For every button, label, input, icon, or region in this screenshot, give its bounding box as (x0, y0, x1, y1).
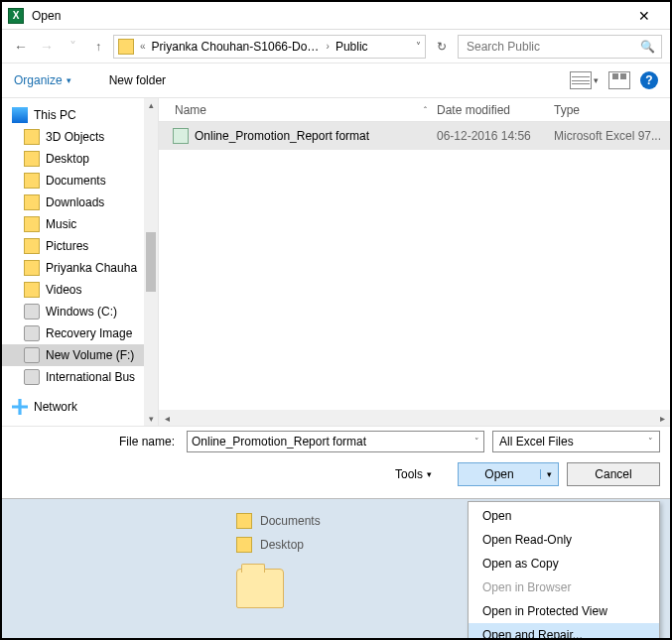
folder-large-icon[interactable] (236, 569, 284, 608)
chevron-down-icon: ▾ (427, 469, 432, 479)
tree-item[interactable]: 3D Objects (2, 126, 158, 148)
menu-open[interactable]: Open (469, 504, 659, 528)
nav-bar: ← → ˅ ↑ « Priyanka Chouhan-S1066-Doc... … (2, 30, 670, 64)
col-type[interactable]: Type (554, 103, 670, 117)
address-dropdown[interactable]: ˅ (416, 41, 421, 52)
tree-item[interactable]: Pictures (2, 235, 158, 257)
menu-open-copy[interactable]: Open as Copy (469, 552, 659, 576)
open-label: Open (459, 467, 540, 481)
folder-icon (236, 513, 252, 529)
file-name: Online_Promotion_Report format (195, 129, 369, 143)
disk-icon (24, 369, 40, 385)
tree-item[interactable]: Priyanka Chauha (2, 257, 158, 279)
chevron-down-icon: ▾ (67, 75, 71, 85)
menu-open-protected[interactable]: Open in Protected View (469, 599, 659, 623)
chevron-right-icon: › (325, 41, 332, 52)
titlebar: X Open ✕ (2, 2, 670, 30)
folder-icon (24, 173, 40, 189)
tree-item[interactable]: This PC (2, 104, 158, 126)
excel-file-icon (173, 128, 189, 144)
menu-open-browser[interactable]: Open in Browser (469, 576, 659, 599)
open-dropdown[interactable]: ▾ (540, 469, 558, 479)
tree-item[interactable]: Music (2, 213, 158, 235)
preview-pane-button[interactable] (608, 71, 630, 89)
close-button[interactable]: ✕ (624, 8, 664, 24)
tree-item-label: International Bus (46, 370, 135, 384)
crumb-1[interactable]: Priyanka Chouhan-S1066-Doc... (152, 40, 321, 54)
search-box[interactable]: 🔍 (458, 35, 662, 59)
tree-item[interactable]: New Volume (F:) (2, 344, 158, 366)
tree-scrollbar[interactable]: ▴▾ (144, 98, 158, 426)
folder-icon (24, 260, 40, 276)
tree-item-label: 3D Objects (46, 130, 104, 144)
filename-row: File name: Online_Promotion_Report forma… (2, 427, 670, 456)
disk-icon (24, 304, 40, 320)
crumb-prefix: « (138, 41, 148, 52)
disk-icon (24, 325, 40, 341)
cancel-label: Cancel (595, 467, 631, 481)
folder-icon (24, 238, 40, 254)
excel-icon: X (8, 8, 24, 24)
tree-item-label: Downloads (46, 195, 104, 209)
forward-button[interactable]: → (36, 36, 58, 58)
tree-item[interactable]: Downloads (2, 192, 158, 213)
menu-open-readonly[interactable]: Open Read-Only (469, 528, 659, 552)
folder-icon (24, 282, 40, 298)
folder-icon (24, 194, 40, 210)
filetype-filter[interactable]: All Excel Files ˅ (492, 431, 660, 452)
tree-item-label: Documents (46, 174, 106, 188)
tree-item-label: Priyanka Chauha (46, 261, 137, 275)
disk-icon (24, 347, 40, 363)
tree-item-label: Videos (46, 283, 81, 297)
filename-value: Online_Promotion_Report format (192, 435, 366, 448)
action-row: Tools ▾ Open ▾ Cancel (2, 456, 670, 499)
tree-item[interactable]: Network (2, 396, 158, 418)
up-button[interactable]: ↑ (87, 36, 109, 58)
refresh-button[interactable]: ↻ (430, 35, 454, 59)
tools-button[interactable]: Tools ▾ (395, 467, 432, 481)
recent-dropdown[interactable]: ˅ (62, 36, 83, 58)
list-view-icon (570, 71, 592, 89)
main-panel: This PC3D ObjectsDesktopDocumentsDownloa… (2, 97, 670, 427)
organize-button[interactable]: Organize ▾ (14, 73, 71, 87)
address-bar[interactable]: « Priyanka Chouhan-S1066-Doc... › Public… (113, 35, 426, 59)
open-menu: Open Open Read-Only Open as Copy Open in… (468, 501, 660, 640)
h-scrollbar[interactable]: ◂▸ (159, 410, 670, 426)
file-date: 06-12-2016 14:56 (437, 129, 554, 143)
tree-item[interactable]: Documents (2, 170, 158, 192)
sort-asc-icon: ˆ (424, 105, 427, 115)
col-date[interactable]: Date modified (437, 103, 554, 117)
tree-item[interactable]: Windows (C:) (2, 301, 158, 322)
file-row[interactable]: Online_Promotion_Report format 06-12-201… (159, 122, 670, 150)
nav-tree: This PC3D ObjectsDesktopDocumentsDownloa… (2, 98, 159, 426)
tree-item[interactable]: International Bus (2, 366, 158, 388)
crumb-2[interactable]: Public (336, 40, 368, 54)
view-details-button[interactable]: ▾ (570, 71, 599, 89)
filename-combobox[interactable]: Online_Promotion_Report format ˅ (187, 431, 484, 452)
filename-label: File name: (2, 435, 179, 448)
help-button[interactable]: ? (640, 71, 658, 89)
file-type: Microsoft Excel 97... (554, 129, 670, 143)
new-folder-button[interactable]: New folder (109, 73, 166, 87)
folder-icon (24, 216, 40, 232)
search-icon: 🔍 (640, 40, 655, 54)
tree-item[interactable]: Desktop (2, 148, 158, 170)
tree-item[interactable]: Recovery Image (2, 322, 158, 344)
tools-label: Tools (395, 467, 423, 481)
folder-icon (24, 129, 40, 145)
col-name[interactable]: Name (175, 103, 206, 117)
column-header: Name ˆ Date modified Type (159, 98, 670, 122)
search-input[interactable] (465, 39, 640, 55)
cancel-button[interactable]: Cancel (567, 462, 660, 486)
back-button[interactable]: ← (10, 36, 32, 58)
chevron-down-icon: ▾ (594, 75, 599, 85)
open-split-button[interactable]: Open ▾ (458, 462, 559, 486)
tree-item-label: Pictures (46, 239, 88, 253)
tree-item-label: Recovery Image (46, 326, 132, 340)
tree-item[interactable]: Videos (2, 279, 158, 301)
filter-value: All Excel Files (499, 435, 574, 448)
tree-item-label: Windows (C:) (46, 305, 117, 319)
chevron-down-icon: ˅ (648, 437, 653, 447)
chevron-down-icon: ˅ (474, 437, 479, 447)
menu-open-repair[interactable]: Open and Repair... (469, 623, 659, 640)
